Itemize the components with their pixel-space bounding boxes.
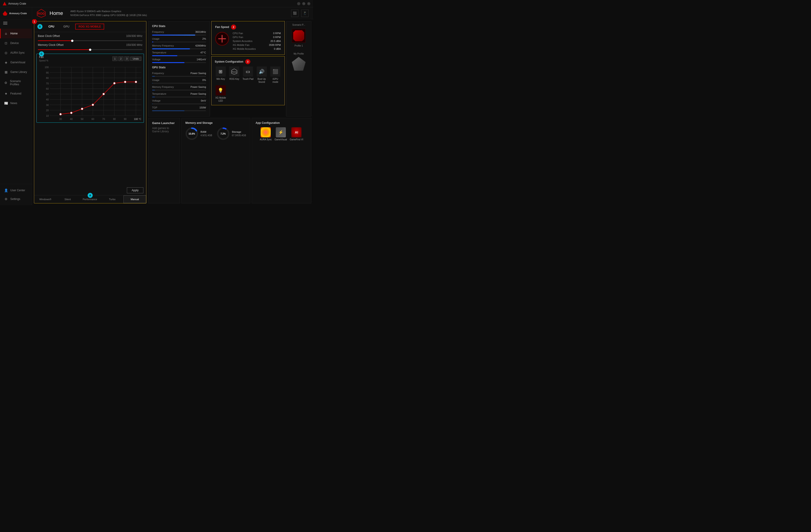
sidebar-label-featured: Featured xyxy=(10,92,21,95)
sidebar-item-settings[interactable]: ⚙ Settings xyxy=(0,195,32,203)
memory-clock-label: Memory Clock Offset xyxy=(38,43,126,47)
sidebar: Armoury Crate ⌂ Home ⊡ Device ◎ AURA Syn… xyxy=(0,7,32,205)
svg-text:30: 30 xyxy=(46,104,49,106)
gpu-tgp-row: TGP 150W xyxy=(152,106,206,109)
fan-btn-1[interactable]: 1 xyxy=(112,57,118,61)
sidebar-item-game-library[interactable]: ▦ Game Library xyxy=(0,67,32,77)
clock-section: Base Clock Offset 100/300 MHz Memory Clo… xyxy=(34,32,146,52)
sys-config-touchpad[interactable]: ▭ Touch Pad xyxy=(242,66,254,83)
svg-point-33 xyxy=(92,104,94,106)
cpu-temp-bar xyxy=(152,55,206,56)
device-icon-btn[interactable]: 📱 xyxy=(301,10,309,17)
tab-xg-mobile[interactable]: ROG XG MOBILE xyxy=(75,24,104,30)
close-button[interactable]: ✕ xyxy=(307,2,310,5)
base-clock-thumb[interactable] xyxy=(71,40,73,42)
scenario-tab-turbo[interactable]: Turbo xyxy=(101,195,123,203)
nav-items: ⌂ Home ⊡ Device ◎ AURA Sync ◈ GameVisual… xyxy=(0,27,32,184)
base-clock-value: 100/300 MHz xyxy=(126,34,142,37)
cpu-voltage-row: Voltage 1481mV xyxy=(152,58,206,61)
page-title: Home xyxy=(49,10,63,16)
display-icon-btn[interactable]: ⬛ xyxy=(291,10,299,17)
cpu-memfreq-row: Memory Frequency 4266MHz xyxy=(152,44,206,47)
svg-text:30: 30 xyxy=(59,118,62,120)
gpu-stats-title: GPU Stats xyxy=(152,66,206,69)
featured-icon: ★ xyxy=(4,92,8,96)
left-panel: 1 B CPU GPU ROG XG MOBILE Base Clock Off… xyxy=(34,21,147,203)
svg-point-35 xyxy=(113,82,116,84)
ram-gauge: 15.6% xyxy=(185,127,198,140)
sidebar-item-device[interactable]: ⊡ Device xyxy=(0,38,32,48)
sidebar-item-aura-sync[interactable]: ◎ AURA Sync xyxy=(0,48,32,58)
sys-config-boot-sound[interactable]: 🔊 Boot Up Sound xyxy=(256,66,268,83)
badge-c: C xyxy=(39,51,44,57)
tab-cpu[interactable]: CPU xyxy=(45,24,57,29)
memory-clock-slider[interactable] xyxy=(38,49,142,50)
badge-2: 2 xyxy=(231,25,236,30)
memory-clock-thumb[interactable] xyxy=(89,49,91,51)
base-clock-fill xyxy=(38,40,72,41)
sidebar-item-featured[interactable]: ★ Featured xyxy=(0,89,32,98)
storage-gauge-container: 7.2% Storage 67.3/935.4GB xyxy=(217,127,246,140)
scenario-tab-windows[interactable]: Windows® xyxy=(34,195,57,203)
game-launcher-title: Game Launcher xyxy=(152,121,176,125)
svg-point-37 xyxy=(135,81,137,83)
sidebar-label-settings: Settings xyxy=(10,198,20,201)
svg-text:50: 50 xyxy=(81,118,83,120)
restore-button[interactable]: ⧉ xyxy=(302,2,305,5)
tab-gpu[interactable]: GPU xyxy=(60,24,73,29)
minimize-button[interactable]: – xyxy=(297,2,300,5)
touchpad-icon: ▭ xyxy=(243,66,253,77)
fan-btn-2[interactable]: 2 xyxy=(118,57,123,61)
app-config-gamevisual[interactable]: ⚡ GameVisual xyxy=(275,127,287,141)
scenario-profile-label: Profile 1 xyxy=(294,45,303,47)
sidebar-item-gamevisual[interactable]: ◈ GameVisual xyxy=(0,58,32,67)
fan-btn-3[interactable]: 3 xyxy=(124,57,129,61)
bottom-row: Game Launcher Add games to Game Library … xyxy=(148,118,311,203)
cpu-freq-row: Frequency 3601MHz xyxy=(152,31,206,33)
memory-storage-title: Memory and Storage xyxy=(185,121,246,125)
fan-subtitle: Speed % xyxy=(39,59,48,62)
apply-button[interactable]: Apply xyxy=(127,187,143,193)
app-config-aura-sync[interactable]: AURA Sync xyxy=(260,127,272,141)
fan-cross-icon xyxy=(218,35,226,43)
my-profile-title: My Profile xyxy=(288,52,310,55)
scenario-tab-silent[interactable]: Silent xyxy=(57,195,79,203)
svg-point-34 xyxy=(103,93,105,95)
sidebar-item-home[interactable]: ⌂ Home xyxy=(0,29,32,38)
base-clock-slider[interactable] xyxy=(38,40,142,41)
scenario-tab-manual[interactable]: Manual xyxy=(123,195,146,203)
gpu-temp-row: Temperature Power Saving xyxy=(152,92,206,95)
cpu-stats-panel: CPU Stats Frequency 3601MHz Usage 2% xyxy=(148,21,210,116)
hamburger-menu[interactable] xyxy=(0,19,32,27)
gpu-voltage-row: Voltage 0mV xyxy=(152,99,206,102)
sys-config-igpu[interactable]: ⬛ iGPU mode xyxy=(269,66,281,83)
right-panels: CPU Stats Frequency 3601MHz Usage 2% xyxy=(148,19,313,205)
svg-text:70: 70 xyxy=(46,82,49,85)
cpu-usage-row: Usage 2% xyxy=(152,37,206,40)
fan-stats-list: CPU Fan 0 RPM GPU Fan 0 RPM System Acous… xyxy=(233,32,281,51)
sidebar-item-scenario-profiles[interactable]: ⚙ Scenario Profiles xyxy=(0,77,32,89)
memory-clock-value: 150/300 MHz xyxy=(126,43,142,47)
my-profile-section: My Profile xyxy=(288,52,310,71)
fan-undo-btn[interactable]: Undo xyxy=(130,57,141,61)
fan-stat-gpu: GPU Fan 0 RPM xyxy=(233,36,281,38)
rog-icon xyxy=(3,11,7,16)
fan-stat-sys-acoustics: System Acoustics 20.5 dBA xyxy=(233,40,281,43)
svg-text:110 °C: 110 °C xyxy=(134,118,141,120)
cpu-temp-row: Temperature 47°C xyxy=(152,51,206,54)
app-container: Armoury Crate ⌂ Home ⊡ Device ◎ AURA Syn… xyxy=(0,7,313,205)
sidebar-item-user-center[interactable]: 👤 User Center xyxy=(0,186,32,195)
top-row: CPU Stats Frequency 3601MHz Usage 2% xyxy=(148,21,311,116)
user-center-icon: 👤 xyxy=(4,188,8,192)
svg-point-36 xyxy=(124,81,126,83)
sidebar-label-game-library: Game Library xyxy=(10,71,27,74)
fan-speed-panel: Fan Speed 2 CPU Fan 0 RPM xyxy=(211,21,285,55)
device-icon: ⊡ xyxy=(4,41,8,45)
aura-sync-icon: ◎ xyxy=(4,51,8,55)
sys-config-win-key[interactable]: ⊞ Win Key xyxy=(215,66,227,83)
sys-config-xg-led[interactable]: 💡 XG Mobile LED xyxy=(215,85,227,102)
gpu-temp-bar xyxy=(152,96,206,97)
app-config-gamefirst[interactable]: AI GameFirst VI xyxy=(290,127,303,141)
sidebar-item-news[interactable]: 📰 News xyxy=(0,98,32,108)
sys-config-rog-key[interactable]: ROG ROG Key xyxy=(229,66,241,83)
